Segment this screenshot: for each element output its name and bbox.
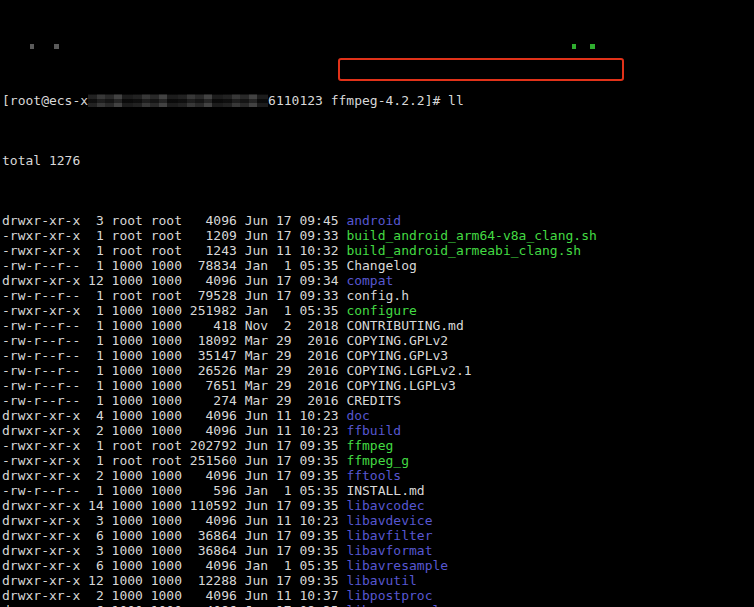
scrollback-fragment [590, 44, 595, 49]
file-name: compat [346, 273, 393, 288]
total-line: total 1276 [2, 153, 754, 168]
terminal-window[interactable]: [root@ecs-x6110123 ffmpeg-4.2.2]# ll tot… [0, 0, 754, 607]
file-name: libpostproc [346, 588, 432, 603]
file-row: drwxr-xr-x 3 1000 1000 36864 Jun 17 09:3… [2, 543, 754, 558]
scrollback-fragment-line [2, 33, 754, 48]
file-name: doc [346, 408, 369, 423]
file-row: -rw-r--r-- 1 root root 79528 Jun 17 09:3… [2, 288, 754, 303]
file-meta: drwxr-xr-x 12 1000 1000 12288 Jun 17 09:… [2, 573, 346, 588]
file-row: drwxr-xr-x 6 1000 1000 4096 Jan 1 05:35 … [2, 558, 754, 573]
file-row: drwxr-xr-x 12 1000 1000 12288 Jun 17 09:… [2, 573, 754, 588]
file-name: libavfilter [346, 528, 432, 543]
file-name: COPYING.GPLv2 [346, 333, 448, 348]
file-meta: drwxr-xr-x 3 root root 4096 Jun 17 09:45 [2, 213, 346, 228]
file-meta: drwxr-xr-x 4 1000 1000 4096 Jun 11 10:23 [2, 408, 346, 423]
file-row: -rw-r--r-- 1 1000 1000 78834 Jan 1 05:35… [2, 258, 754, 273]
file-row: -rwxr-xr-x 1 root root 251560 Jun 17 09:… [2, 453, 754, 468]
file-meta: -rw-r--r-- 1 1000 1000 26526 Mar 29 2016 [2, 363, 346, 378]
file-meta: drwxr-xr-x 14 1000 1000 110592 Jun 17 09… [2, 498, 346, 513]
file-meta: -rw-r--r-- 1 1000 1000 35147 Mar 29 2016 [2, 348, 346, 363]
file-meta: -rwxr-xr-x 1 root root 1243 Jun 11 10:32 [2, 243, 346, 258]
file-row: drwxr-xr-x 6 1000 1000 36864 Jun 17 09:3… [2, 528, 754, 543]
file-row: drwxr-xr-x 4 1000 1000 4096 Jun 11 10:23… [2, 408, 754, 423]
file-list: drwxr-xr-x 3 root root 4096 Jun 17 09:45… [2, 213, 754, 607]
file-meta: -rwxr-xr-x 1 root root 251560 Jun 17 09:… [2, 453, 346, 468]
file-name: configure [346, 303, 416, 318]
file-name: COPYING.LGPLv2.1 [346, 363, 471, 378]
file-row: -rwxr-xr-x 1 root root 1243 Jun 11 10:32… [2, 243, 754, 258]
file-name: ffbuild [346, 423, 401, 438]
file-row: drwxr-xr-x 12 1000 1000 4096 Jun 17 09:3… [2, 273, 754, 288]
file-row: -rwxr-xr-x 1 1000 1000 251982 Jan 1 05:3… [2, 303, 754, 318]
file-name: fftools [346, 468, 401, 483]
file-name: android [346, 213, 401, 228]
file-row: drwxr-xr-x 3 root root 4096 Jun 17 09:45… [2, 213, 754, 228]
file-name: CREDITS [346, 393, 401, 408]
file-name: libavutil [346, 573, 416, 588]
file-meta: -rwxr-xr-x 1 1000 1000 251982 Jan 1 05:3… [2, 303, 346, 318]
file-meta: drwxr-xr-x 6 1000 1000 36864 Jun 17 09:3… [2, 528, 346, 543]
file-meta: drwxr-xr-x 2 1000 1000 4096 Jun 11 10:37 [2, 588, 346, 603]
file-row: drwxr-xr-x 2 1000 1000 4096 Jun 11 10:23… [2, 423, 754, 438]
prompt-line: [root@ecs-x6110123 ffmpeg-4.2.2]# ll [2, 93, 754, 108]
file-meta: -rw-r--r-- 1 1000 1000 18092 Mar 29 2016 [2, 333, 346, 348]
file-row: drwxr-xr-x 6 1000 1000 4096 Jun 17 09:35… [2, 603, 754, 607]
file-meta: -rw-r--r-- 1 1000 1000 418 Nov 2 2018 [2, 318, 346, 333]
file-meta: -rw-r--r-- 1 1000 1000 7651 Mar 29 2016 [2, 378, 346, 393]
file-row: -rwxr-xr-x 1 root root 202792 Jun 17 09:… [2, 438, 754, 453]
file-name: CONTRIBUTING.md [346, 318, 463, 333]
command-text: ll [448, 93, 464, 108]
file-meta: drwxr-xr-x 3 1000 1000 4096 Jun 11 10:23 [2, 513, 346, 528]
file-name: Changelog [346, 258, 416, 273]
file-name: COPYING.GPLv3 [346, 348, 448, 363]
file-name: ffmpeg [346, 438, 393, 453]
file-row: -rw-r--r-- 1 1000 1000 26526 Mar 29 2016… [2, 363, 754, 378]
file-name: build_android_armeabi_clang.sh [346, 243, 581, 258]
redacted-hostname [88, 94, 268, 107]
terminal-output: [root@ecs-x6110123 ffmpeg-4.2.2]# ll tot… [2, 0, 754, 607]
file-row: drwxr-xr-x 2 1000 1000 4096 Jun 11 10:37… [2, 588, 754, 603]
file-name: libswresample [346, 603, 448, 607]
file-meta: drwxr-xr-x 2 1000 1000 4096 Jun 11 10:23 [2, 423, 346, 438]
file-row: -rw-r--r-- 1 1000 1000 274 Mar 29 2016 C… [2, 393, 754, 408]
file-row: -rw-r--r-- 1 1000 1000 35147 Mar 29 2016… [2, 348, 754, 363]
file-name: libavformat [346, 543, 432, 558]
file-meta: -rwxr-xr-x 1 root root 202792 Jun 17 09:… [2, 438, 346, 453]
file-row: -rwxr-xr-x 1 root root 1209 Jun 17 09:33… [2, 228, 754, 243]
file-meta: drwxr-xr-x 2 1000 1000 4096 Jun 17 09:35 [2, 468, 346, 483]
file-row: -rw-r--r-- 1 1000 1000 18092 Mar 29 2016… [2, 333, 754, 348]
file-meta: drwxr-xr-x 6 1000 1000 4096 Jun 17 09:35 [2, 603, 346, 607]
file-meta: -rw-r--r-- 1 root root 79528 Jun 17 09:3… [2, 288, 346, 303]
file-name: build_android_arm64-v8a_clang.sh [346, 228, 596, 243]
file-name: COPYING.LGPLv3 [346, 378, 456, 393]
file-meta: drwxr-xr-x 3 1000 1000 36864 Jun 17 09:3… [2, 543, 346, 558]
prompt-suffix: 6110123 ffmpeg-4.2.2]# [268, 93, 448, 108]
file-name: libavcodec [346, 498, 424, 513]
scrollback-fragment [54, 44, 59, 49]
scrollback-fragment [572, 44, 576, 49]
file-meta: drwxr-xr-x 12 1000 1000 4096 Jun 17 09:3… [2, 273, 346, 288]
file-name: libavdevice [346, 513, 432, 528]
file-meta: -rwxr-xr-x 1 root root 1209 Jun 17 09:33 [2, 228, 346, 243]
file-meta: -rw-r--r-- 1 1000 1000 78834 Jan 1 05:35 [2, 258, 346, 273]
file-row: drwxr-xr-x 3 1000 1000 4096 Jun 11 10:23… [2, 513, 754, 528]
file-meta: -rw-r--r-- 1 1000 1000 274 Mar 29 2016 [2, 393, 346, 408]
file-name: ffmpeg_g [346, 453, 409, 468]
scrollback-fragment [30, 44, 34, 49]
file-row: -rw-r--r-- 1 1000 1000 418 Nov 2 2018 CO… [2, 318, 754, 333]
file-row: drwxr-xr-x 14 1000 1000 110592 Jun 17 09… [2, 498, 754, 513]
file-name: config.h [346, 288, 409, 303]
file-row: drwxr-xr-x 2 1000 1000 4096 Jun 17 09:35… [2, 468, 754, 483]
file-row: -rw-r--r-- 1 1000 1000 7651 Mar 29 2016 … [2, 378, 754, 393]
file-meta: -rw-r--r-- 1 1000 1000 596 Jan 1 05:35 [2, 483, 346, 498]
file-name: libavresample [346, 558, 448, 573]
file-name: INSTALL.md [346, 483, 424, 498]
file-meta: drwxr-xr-x 6 1000 1000 4096 Jan 1 05:35 [2, 558, 346, 573]
file-row: -rw-r--r-- 1 1000 1000 596 Jan 1 05:35 I… [2, 483, 754, 498]
